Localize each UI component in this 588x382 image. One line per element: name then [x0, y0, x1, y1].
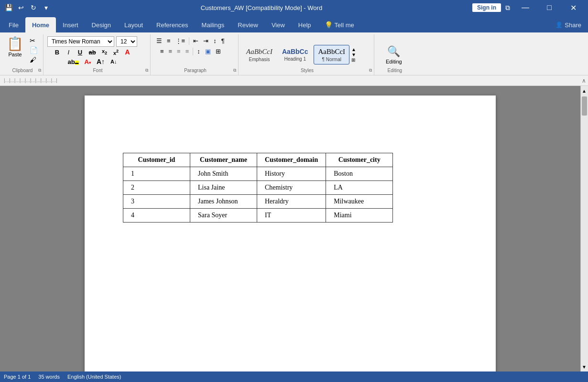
- table-cell: 1: [123, 167, 190, 181]
- bullets-button[interactable]: ☰: [154, 36, 164, 45]
- normal-label: ¶ Normal: [322, 57, 341, 62]
- table-cell: 4: [123, 209, 190, 223]
- close-button[interactable]: ✕: [562, 0, 584, 15]
- customer-table: Customer_id Customer_name Customer_domai…: [123, 153, 393, 223]
- scroll-thumb[interactable]: [582, 96, 587, 116]
- paragraph-group: ☰ ≡ ⋮≡ ⇤ ⇥ ↕ ¶ ≡ ≡ ≡ ≡ ↕ ▣ ⊞ Paragraph ⧉: [152, 34, 239, 75]
- tab-mailings[interactable]: Mailings: [195, 17, 231, 32]
- tab-layout[interactable]: Layout: [118, 17, 150, 32]
- sign-in-button[interactable]: Sign in: [472, 3, 501, 12]
- line-spacing-button[interactable]: ↕: [195, 47, 202, 56]
- title-bar-left: 💾 ↩ ↻ ▾: [4, 3, 51, 12]
- underline-button[interactable]: U: [75, 48, 85, 56]
- align-right-button[interactable]: ≡: [175, 47, 183, 56]
- table-cell: Lisa Jaine: [190, 181, 257, 195]
- scroll-down-button[interactable]: ▼: [581, 362, 588, 371]
- align-center-button[interactable]: ≡: [166, 47, 174, 56]
- sort-button[interactable]: ↕: [211, 36, 218, 45]
- font-group-label: Font: [45, 68, 150, 73]
- title-bar: 💾 ↩ ↻ ▾ Customers_AW [Compatibility Mode…: [0, 0, 588, 15]
- table-row: 4Sara SoyerITMiami: [123, 209, 393, 223]
- maximize-button[interactable]: □: [538, 0, 560, 15]
- tab-view[interactable]: View: [265, 17, 292, 32]
- emphasis-label: Emphasis: [249, 57, 270, 62]
- redo-icon[interactable]: ↻: [29, 3, 38, 12]
- clipboard-dialog-button[interactable]: ⧉: [38, 68, 41, 73]
- font-size-decrease-button[interactable]: A↓: [109, 58, 119, 65]
- multilevel-list-button[interactable]: ⋮≡: [174, 36, 187, 45]
- tab-share[interactable]: 👤 Share: [549, 17, 588, 32]
- editing-button[interactable]: 🔍 Editing: [382, 43, 406, 66]
- scroll-up-button[interactable]: ▲: [581, 86, 588, 96]
- align-left-button[interactable]: ≡: [158, 47, 166, 56]
- vertical-scrollbar[interactable]: ▲ ▼: [580, 86, 588, 371]
- font-group: Times New Roman 12 B I U ab x2 x2 A ab▬ …: [45, 34, 151, 75]
- list-buttons-row: ☰ ≡ ⋮≡ ⇤ ⇥ ↕ ¶: [154, 36, 227, 45]
- borders-button[interactable]: ⊞: [214, 47, 223, 56]
- table-cell: John Smith: [190, 167, 257, 181]
- styles-scroll-arrows[interactable]: ▲ ▼ ⊞: [351, 47, 356, 63]
- decrease-indent-button[interactable]: ⇤: [191, 36, 200, 45]
- font-color-row: ab▬ A▾ A↑ A↓: [65, 57, 119, 66]
- tab-design[interactable]: Design: [85, 17, 118, 32]
- shading-button[interactable]: ▣: [203, 47, 213, 56]
- ruler-expand-button[interactable]: ∧: [582, 77, 586, 84]
- bold-button[interactable]: B: [52, 48, 62, 56]
- tab-help[interactable]: Help: [292, 17, 318, 32]
- justify-button[interactable]: ≡: [184, 47, 191, 56]
- styles-group: AaBbCcI Emphasis AaBbCc Heading 1 AaBbCc…: [240, 34, 374, 75]
- status-bar: Page 1 of 1 35 words English (United Sta…: [0, 371, 588, 382]
- clipboard-small-buttons: ✂ 📄 🖌: [28, 36, 39, 64]
- col-header-domain: Customer_domain: [257, 153, 326, 167]
- style-normal[interactable]: AaBbCcI ¶ Normal: [314, 45, 349, 64]
- numbered-list-button[interactable]: ≡: [165, 36, 173, 45]
- quick-access-dropdown[interactable]: ▾: [41, 3, 51, 12]
- table-cell: Milwaukee: [326, 195, 393, 209]
- title-bar-right: Sign in ⧉ — □ ✕: [472, 0, 584, 15]
- paragraph-dialog-button[interactable]: ⧉: [233, 68, 236, 73]
- ribbon-tabs: File Home Insert Design Layout Reference…: [0, 15, 588, 32]
- increase-indent-button[interactable]: ⇥: [201, 36, 210, 45]
- font-family-select[interactable]: Times New Roman: [47, 36, 114, 47]
- tab-tellme[interactable]: 💡 Tell me: [318, 17, 361, 32]
- tab-file[interactable]: File: [2, 17, 25, 32]
- superscript-button[interactable]: x2: [111, 48, 121, 56]
- table-cell: Heraldry: [257, 195, 326, 209]
- table-cell: James Johnson: [190, 195, 257, 209]
- cut-button[interactable]: ✂: [28, 36, 39, 45]
- style-heading1[interactable]: AaBbCc Heading 1: [278, 46, 312, 64]
- italic-button[interactable]: I: [64, 48, 73, 56]
- paste-button[interactable]: 📋 Paste: [4, 36, 26, 58]
- copy-button[interactable]: 📄: [28, 46, 39, 54]
- document-page: Customer_id Customer_name Customer_domai…: [85, 96, 496, 371]
- col-header-name: Customer_name: [190, 153, 257, 167]
- undo-icon[interactable]: ↩: [16, 3, 26, 12]
- editing-label: Editing: [386, 59, 402, 64]
- format-paint-button[interactable]: 🖌: [28, 55, 39, 64]
- show-formatting-button[interactable]: ¶: [219, 36, 227, 45]
- font-dialog-button[interactable]: ⧉: [145, 68, 148, 73]
- minimize-button[interactable]: —: [514, 0, 536, 15]
- clear-format-button[interactable]: A: [123, 48, 132, 56]
- table-cell: Boston: [326, 167, 393, 181]
- editing-group-label: Editing: [376, 68, 414, 73]
- page-info: Page 1 of 1: [4, 374, 31, 380]
- style-emphasis[interactable]: AaBbCcI Emphasis: [242, 45, 276, 64]
- tab-review[interactable]: Review: [231, 17, 265, 32]
- font-name-row: Times New Roman 12: [47, 36, 137, 47]
- strikethrough-button[interactable]: ab: [87, 48, 98, 56]
- tab-home[interactable]: Home: [25, 17, 56, 32]
- document-scroll[interactable]: Customer_id Customer_name Customer_domai…: [0, 86, 580, 371]
- font-size-increase-button[interactable]: A↑: [95, 57, 107, 66]
- font-size-select[interactable]: 12: [116, 36, 137, 47]
- text-highlight-button[interactable]: ab▬: [65, 58, 80, 66]
- styles-dialog-button[interactable]: ⧉: [369, 68, 372, 73]
- col-header-city: Customer_city: [326, 153, 393, 167]
- tab-insert[interactable]: Insert: [56, 17, 85, 32]
- restore-icon[interactable]: ⧉: [503, 3, 512, 12]
- font-color-button[interactable]: A▾: [83, 58, 93, 66]
- subscript-button[interactable]: x2: [100, 48, 109, 56]
- tab-references[interactable]: References: [150, 17, 195, 32]
- save-icon[interactable]: 💾: [4, 3, 13, 12]
- table-cell: IT: [257, 209, 326, 223]
